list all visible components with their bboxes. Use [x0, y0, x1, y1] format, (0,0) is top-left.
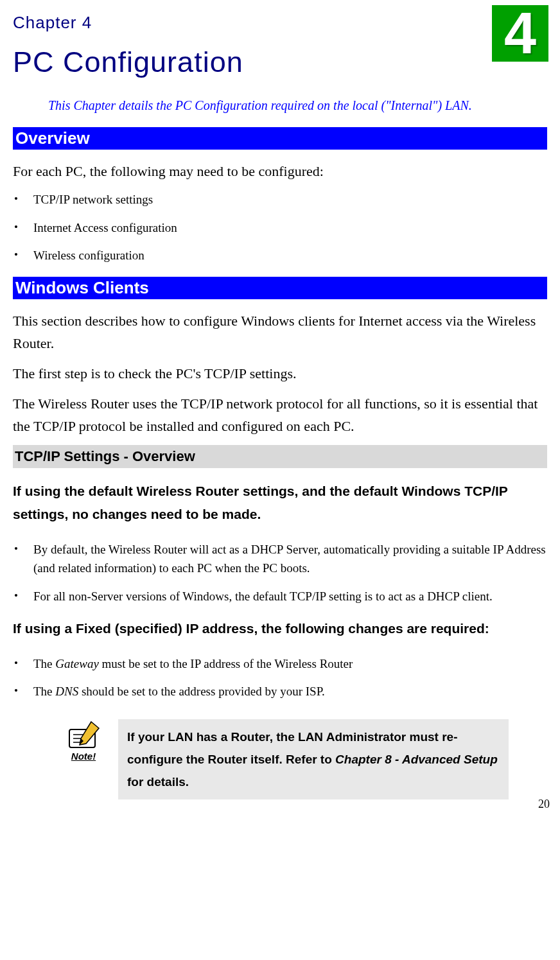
list-item: The DNS should be set to the address pro… [13, 682, 547, 701]
overview-lead: For each PC, the following may need to b… [13, 160, 547, 182]
paragraph: This section describes how to configure … [13, 310, 547, 354]
italic-term: DNS [55, 685, 78, 698]
list-item: For all non-Server versions of Windows, … [13, 587, 547, 606]
overview-list: TCP/IP network settings Internet Access … [13, 190, 547, 265]
pencil-note-icon [67, 719, 100, 750]
note-box: Note! If your LAN has a Router, the LAN … [64, 719, 509, 799]
paragraph: The Wireless Router uses the TCP/IP netw… [13, 392, 547, 437]
list-item: TCP/IP network settings [13, 190, 547, 209]
list-item: The Gateway must be set to the IP addres… [13, 654, 547, 673]
paragraph: The first step is to check the PC's TCP/… [13, 362, 547, 385]
note-ref: Chapter 8 - Advanced Setup [335, 753, 498, 766]
tcpip-fixed-para: If using a Fixed (specified) IP address,… [13, 617, 547, 640]
chapter-number-badge: 4 [492, 5, 548, 62]
section-heading-overview: Overview [13, 127, 547, 150]
page-number: 20 [538, 798, 550, 811]
tcpip-default-para: If using the default Wireless Router set… [13, 480, 547, 525]
section-heading-windows-clients: Windows Clients [13, 277, 547, 299]
chapter-label: Chapter 4 [13, 13, 547, 33]
chapter-number: 4 [504, 4, 536, 62]
tcpip-fixed-list: The Gateway must be set to the IP addres… [13, 654, 547, 701]
italic-term: Gateway [55, 657, 99, 670]
note-icon: Note! [64, 719, 103, 762]
list-item: By default, the Wireless Router will act… [13, 540, 547, 578]
tcpip-default-list: By default, the Wireless Router will act… [13, 540, 547, 606]
sub-heading-tcpip: TCP/IP Settings - Overview [13, 445, 547, 468]
list-item: Internet Access configuration [13, 218, 547, 237]
chapter-intro: This Chapter details the PC Configuratio… [48, 98, 547, 113]
list-item: Wireless configuration [13, 246, 547, 265]
page-title: PC Configuration [13, 46, 547, 79]
note-icon-label: Note! [64, 751, 103, 762]
note-text: If your LAN has a Router, the LAN Admini… [118, 719, 509, 799]
